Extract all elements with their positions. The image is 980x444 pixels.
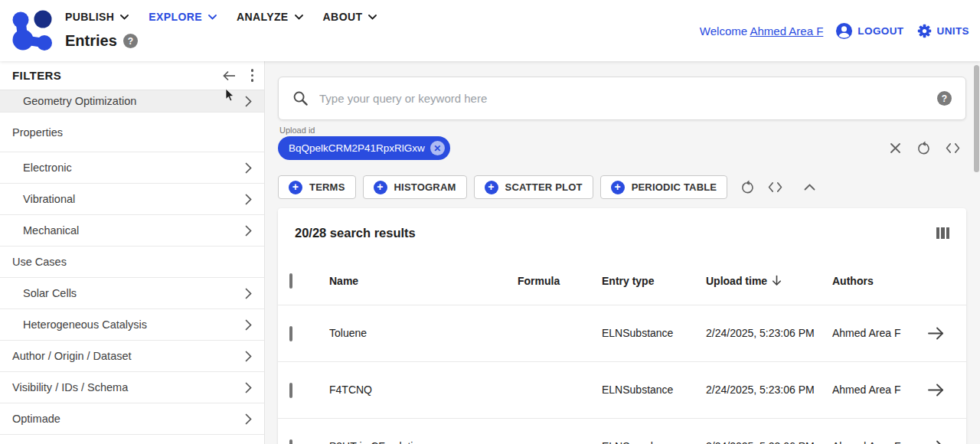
user-name-link[interactable]: Ahmed Area F: [750, 24, 823, 38]
row-checkbox[interactable]: [289, 326, 292, 341]
clear-filters-button[interactable]: [890, 142, 901, 154]
chevron-right-icon: [245, 162, 252, 174]
chevron-right-icon: [245, 288, 252, 299]
close-icon: [890, 142, 901, 154]
search-bar: ?: [278, 77, 966, 120]
filters-list: Geometry Optimization Properties Electro…: [0, 90, 264, 435]
sidebar-filter-item[interactable]: Use Cases: [0, 246, 264, 278]
arrow-right-icon: [927, 440, 945, 444]
sidebar-filter-item[interactable]: Optimade: [0, 403, 264, 435]
arrow-right-icon: [927, 327, 945, 340]
nav-menu-item[interactable]: PUBLISH: [65, 11, 129, 23]
refresh-button[interactable]: [740, 180, 754, 194]
app-bar: PUBLISH EXPLORE ANALYZE ABOUT: [0, 0, 980, 61]
cell-name: Toluene: [318, 325, 506, 341]
nav-menu-item[interactable]: EXPLORE: [149, 11, 217, 23]
columns-settings-icon[interactable]: [936, 227, 950, 239]
chevron-right-icon: [245, 225, 252, 237]
refresh-button[interactable]: [916, 141, 930, 155]
select-all-checkbox[interactable]: [289, 273, 292, 289]
plus-icon: +: [611, 181, 625, 194]
chevron-down-icon: [368, 15, 377, 20]
arrow-left-icon: [222, 70, 236, 81]
sidebar-filter-item[interactable]: Vibrational: [0, 184, 264, 215]
code-button[interactable]: [768, 181, 782, 193]
cell-authors: Ahmed Area F: [821, 382, 905, 397]
account-icon: [835, 22, 853, 40]
nav-menu-item[interactable]: ANALYZE: [237, 11, 303, 23]
cell-name: P3HT in CF solution: [318, 439, 506, 444]
results-summary: 20/28 search results: [295, 226, 936, 240]
row-checkbox[interactable]: [289, 383, 292, 398]
chevron-down-icon: [120, 15, 129, 20]
row-checkbox[interactable]: [289, 439, 292, 444]
chevron-up-icon: [804, 184, 815, 191]
gear-icon: [916, 23, 933, 39]
collapse-filters-button[interactable]: [222, 70, 236, 81]
search-help-icon[interactable]: ?: [937, 91, 952, 106]
table-row[interactable]: Toluene ELNSubstance 2/24/2025, 5:23:06 …: [278, 305, 966, 361]
open-entry-button[interactable]: [927, 327, 945, 340]
cell-name: F4TCNQ: [318, 382, 506, 397]
add-widget-button[interactable]: + TERMS: [278, 175, 356, 199]
table-row[interactable]: P3HT in CF solution ELNSample 2/24/2025,…: [278, 418, 966, 444]
cell-upload-time: 2/24/2025, 5:23:06 PM: [694, 382, 821, 397]
add-widget-button[interactable]: + HISTOGRAM: [363, 175, 467, 199]
plus-icon: +: [374, 181, 387, 194]
sidebar-filter-item[interactable]: Heterogeneous Catalysis: [0, 309, 264, 341]
page-title: Entries: [65, 32, 117, 50]
filters-title: FILTERS: [12, 69, 222, 82]
plus-icon: +: [289, 181, 302, 194]
sidebar-filter-item[interactable]: Electronic: [0, 152, 264, 184]
filters-menu-button[interactable]: [250, 67, 256, 83]
column-header-entry-type[interactable]: Entry type: [590, 273, 694, 289]
refresh-icon: [740, 180, 754, 194]
search-input[interactable]: [319, 92, 926, 105]
cell-upload-time: 2/24/2025, 5:23:06 PM: [694, 439, 821, 444]
search-icon: [292, 90, 309, 106]
column-header-authors[interactable]: Authors: [821, 273, 905, 289]
sidebar-filter-item[interactable]: Properties: [0, 113, 264, 152]
column-header-upload-time[interactable]: Upload time: [694, 273, 821, 289]
sidebar-filter-item[interactable]: Mechanical: [0, 215, 264, 246]
chevron-right-icon: [245, 319, 252, 331]
collapse-up-button[interactable]: [804, 184, 815, 191]
code-icon: [946, 142, 960, 154]
column-header-formula[interactable]: Formula: [506, 273, 590, 289]
sidebar-filter-item[interactable]: Geometry Optimization: [0, 90, 264, 113]
add-widget-button[interactable]: + SCATTER PLOT: [474, 175, 593, 199]
search-results-card: 20/28 search results Name Formula Entry …: [278, 208, 966, 444]
cell-entry-type: ELNSubstance: [590, 382, 694, 397]
plus-icon: +: [485, 181, 498, 194]
chevron-right-icon: [245, 194, 252, 205]
table-header-row: Name Formula Entry type Upload time Auth…: [278, 257, 966, 305]
upload-id-chip[interactable]: BqQpelkCRM2P41RpxRlGxw ✕: [278, 136, 450, 160]
units-button[interactable]: UNITS: [916, 23, 970, 39]
cell-authors: Ahmed Area F: [821, 325, 905, 341]
nav-menu-item[interactable]: ABOUT: [323, 11, 377, 23]
main-nav: PUBLISH EXPLORE ANALYZE ABOUT: [65, 11, 377, 23]
open-entry-button[interactable]: [927, 384, 945, 397]
open-entry-button[interactable]: [927, 440, 945, 444]
logout-button[interactable]: LOGOUT: [835, 22, 903, 40]
code-icon: [768, 181, 782, 193]
add-widget-button[interactable]: + PERIODIC TABLE: [600, 175, 728, 199]
sidebar-filter-item[interactable]: Author / Origin / Dataset: [0, 341, 264, 372]
chip-delete-icon[interactable]: ✕: [430, 141, 445, 155]
vertical-scrollbar[interactable]: [974, 65, 979, 172]
code-button[interactable]: [946, 142, 960, 154]
sort-desc-icon: [772, 275, 782, 286]
page-help-icon[interactable]: ?: [123, 34, 138, 48]
chevron-right-icon: [245, 351, 252, 362]
main-content: ? Upload id BqQpelkCRM2P41RpxRlGxw ✕: [278, 61, 966, 444]
sidebar-filter-item[interactable]: Solar Cells: [0, 278, 264, 309]
welcome-text: Welcome Ahmed Area F: [700, 24, 823, 38]
nomad-logo[interactable]: [9, 8, 54, 52]
sidebar-filter-item[interactable]: Visibility / IDs / Schema: [0, 372, 264, 403]
chevron-right-icon: [245, 382, 252, 393]
chevron-right-icon: [245, 413, 252, 425]
column-header-name[interactable]: Name: [318, 273, 506, 289]
table-row[interactable]: F4TCNQ ELNSubstance 2/24/2025, 5:23:06 P…: [278, 361, 966, 418]
cell-entry-type: ELNSample: [590, 439, 694, 444]
refresh-icon: [916, 141, 930, 155]
